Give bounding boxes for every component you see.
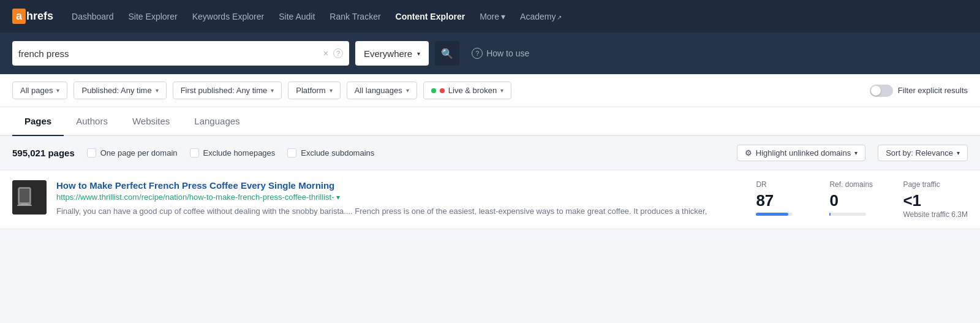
chevron-down-icon: ▾ <box>330 87 333 94</box>
highlight-unlinked-button[interactable]: ⚙ Highlight unlinked domains ▾ <box>737 145 865 161</box>
chevron-down-icon: ▾ <box>417 50 420 57</box>
filter-explicit-wrapper: Filter explicit results <box>870 85 968 97</box>
filter-explicit-label: Filter explicit results <box>898 86 968 95</box>
ref-domains-bar-fill <box>829 213 830 216</box>
checkbox-box <box>287 148 296 158</box>
filter-all-pages[interactable]: All pages ▾ <box>12 82 67 99</box>
filter-languages[interactable]: All languages ▾ <box>347 82 417 99</box>
one-per-domain-checkbox[interactable]: One page per domain <box>87 148 178 158</box>
results-count: 595,021 pages <box>12 148 75 158</box>
page-traffic-label: Page traffic <box>903 180 940 189</box>
clear-icon[interactable]: × <box>323 48 328 58</box>
thumbnail-image <box>12 180 47 215</box>
chevron-down-icon: ▾ <box>500 87 503 94</box>
dr-value: 87 <box>756 191 774 210</box>
result-title[interactable]: How to Make Perfect French Press Coffee … <box>56 180 746 191</box>
filter-platform[interactable]: Platform ▾ <box>288 82 340 99</box>
dr-bar <box>756 213 793 216</box>
ref-domains-label: Ref. domains <box>829 180 873 189</box>
logo-a: a <box>12 9 26 24</box>
nav-keywords-explorer[interactable]: Keywords Explorer <box>186 8 271 25</box>
search-input[interactable] <box>18 48 318 59</box>
tab-websites[interactable]: Websites <box>120 107 182 136</box>
chevron-down-icon: ▾ <box>56 87 59 94</box>
tab-pages[interactable]: Pages <box>12 107 64 136</box>
external-link-icon[interactable]: ▾ <box>336 193 340 202</box>
how-to-use-button[interactable]: ? How to use <box>472 48 529 59</box>
filter-explicit-toggle[interactable] <box>870 85 893 97</box>
nav-content-explorer[interactable]: Content Explorer <box>390 8 472 25</box>
website-traffic-sub: Website traffic 6.3M <box>903 210 968 219</box>
filter-first-published[interactable]: First published: Any time ▾ <box>173 82 282 99</box>
search-go-button[interactable]: 🔍 <box>435 41 459 66</box>
result-description: Finally, you can have a good cup of coff… <box>56 205 746 218</box>
search-location-button[interactable]: Everywhere ▾ <box>355 41 429 66</box>
chevron-down-icon: ▾ <box>501 12 505 21</box>
filters-bar: All pages ▾ Published: Any time ▾ First … <box>0 74 980 107</box>
toggle-thumb <box>871 86 881 96</box>
page-traffic-value: <1 <box>903 191 921 210</box>
filter-live-broken[interactable]: Live & broken ▾ <box>423 82 512 99</box>
result-content: How to Make Perfect French Press Coffee … <box>56 180 746 218</box>
sort-by-button[interactable]: Sort by: Relevance ▾ <box>878 145 968 161</box>
metric-dr: DR 87 <box>756 180 805 219</box>
checkbox-box <box>87 148 96 158</box>
chevron-down-icon: ▾ <box>957 150 960 156</box>
nav-bar: a hrefs Dashboard Site Explorer Keywords… <box>0 0 980 32</box>
green-dot-icon <box>431 88 436 93</box>
nav-site-audit[interactable]: Site Audit <box>273 8 321 25</box>
nav-more[interactable]: More ▾ <box>473 8 511 25</box>
table-row: How to Make Perfect French Press Coffee … <box>0 170 980 229</box>
result-thumbnail <box>12 180 47 215</box>
nav-rank-tracker[interactable]: Rank Tracker <box>323 8 386 25</box>
metric-page-traffic: Page traffic <1 Website traffic 6.3M <box>903 180 968 219</box>
chevron-down-icon: ▾ <box>406 87 409 94</box>
chevron-down-icon: ▾ <box>854 150 858 156</box>
help-circle-icon: ? <box>472 48 483 59</box>
tab-languages[interactable]: Languages <box>182 107 252 136</box>
filter-published[interactable]: Published: Any time ▾ <box>74 82 166 99</box>
nav-academy[interactable]: Academy <box>514 8 568 25</box>
dr-bar-fill <box>756 213 788 216</box>
svg-rect-4 <box>17 205 32 206</box>
results-header: 595,021 pages One page per domain Exclud… <box>0 136 980 170</box>
metric-ref-domains: Ref. domains 0 <box>829 180 878 219</box>
red-dot-icon <box>440 88 445 93</box>
exclude-homepages-checkbox[interactable]: Exclude homepages <box>190 148 276 158</box>
dr-label: DR <box>756 180 766 189</box>
nav-dashboard[interactable]: Dashboard <box>66 8 120 25</box>
chevron-down-icon: ▾ <box>271 87 274 94</box>
nav-site-explorer[interactable]: Site Explorer <box>123 8 184 25</box>
search-input-wrapper: × ? <box>12 41 349 66</box>
ref-domains-bar <box>829 213 866 216</box>
ref-domains-value: 0 <box>829 191 838 210</box>
highlight-icon: ⚙ <box>745 148 752 158</box>
result-url: https://www.thrillist.com/recipe/nation/… <box>56 192 746 202</box>
exclude-subdomains-checkbox[interactable]: Exclude subdomains <box>287 148 374 158</box>
search-help-icon[interactable]: ? <box>333 48 343 58</box>
svg-rect-2 <box>20 189 29 202</box>
logo[interactable]: a hrefs <box>12 9 53 24</box>
search-bar: × ? Everywhere ▾ 🔍 ? How to use <box>0 32 980 74</box>
search-icon: 🔍 <box>441 48 453 59</box>
tab-authors[interactable]: Authors <box>64 107 120 136</box>
result-metrics: DR 87 Ref. domains 0 Page traffic <1 Web… <box>756 180 968 219</box>
tabs-bar: Pages Authors Websites Languages <box>0 107 980 136</box>
chevron-down-icon: ▾ <box>156 87 159 94</box>
checkbox-box <box>190 148 199 158</box>
logo-text: hrefs <box>26 10 53 23</box>
